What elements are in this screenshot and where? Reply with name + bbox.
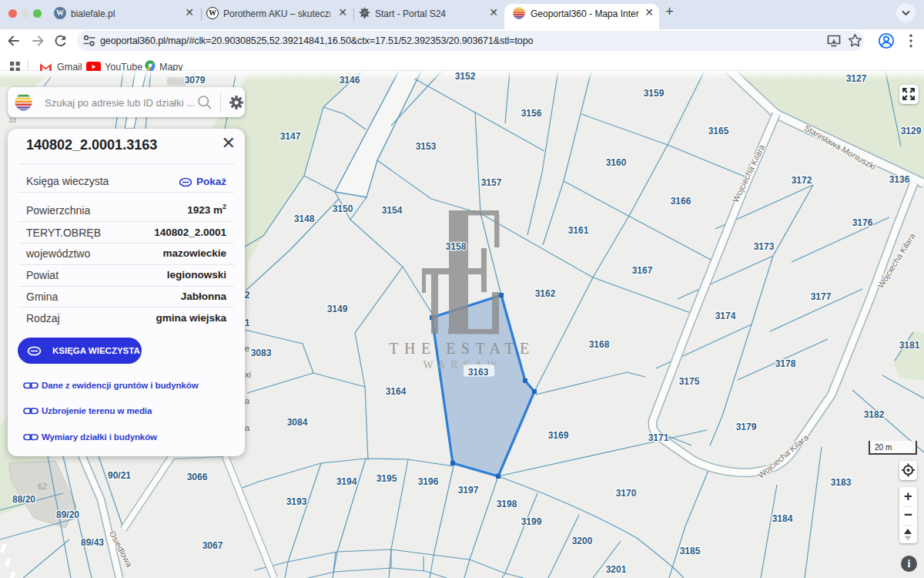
svg-text:3129: 3129 <box>901 126 922 136</box>
svg-text:3154: 3154 <box>382 205 403 216</box>
svg-text:3165: 3165 <box>708 126 729 136</box>
svg-text:3199: 3199 <box>521 516 542 527</box>
svg-text:89/20: 89/20 <box>56 509 79 520</box>
svg-text:a: a <box>245 396 250 405</box>
svg-text:3194: 3194 <box>336 476 357 487</box>
svg-text:3084: 3084 <box>287 417 308 428</box>
svg-text:3156: 3156 <box>521 108 542 119</box>
svg-text:3136: 3136 <box>889 174 910 185</box>
svg-text:3171: 3171 <box>648 432 669 443</box>
svg-text:3181: 3181 <box>899 340 920 351</box>
svg-text:3177: 3177 <box>811 291 832 302</box>
svg-text:3083: 3083 <box>251 348 272 358</box>
svg-text:3172: 3172 <box>792 175 812 186</box>
svg-text:3160: 3160 <box>606 157 627 168</box>
svg-text:89/43: 89/43 <box>81 537 104 548</box>
svg-text:a: a <box>245 423 250 432</box>
svg-text:3163: 3163 <box>468 367 489 378</box>
svg-text:3185: 3185 <box>680 546 701 556</box>
svg-text:3200: 3200 <box>572 536 593 546</box>
svg-text:3176: 3176 <box>852 217 873 228</box>
svg-text:3183: 3183 <box>831 477 852 488</box>
svg-text:3164: 3164 <box>386 386 407 397</box>
svg-text:3162: 3162 <box>535 288 556 299</box>
svg-text:3157: 3157 <box>481 177 502 188</box>
svg-text:3182: 3182 <box>864 409 885 420</box>
svg-text:3146: 3146 <box>340 75 360 86</box>
svg-text:3066: 3066 <box>187 472 208 482</box>
svg-text:3184: 3184 <box>772 513 793 524</box>
svg-text:3196: 3196 <box>418 476 439 487</box>
svg-text:88/20: 88/20 <box>12 494 35 505</box>
svg-text:3173: 3173 <box>754 241 775 252</box>
svg-text:62: 62 <box>38 482 47 491</box>
svg-text:THE ESTATE: THE ESTATE <box>389 340 535 357</box>
svg-text:3169: 3169 <box>548 430 569 441</box>
svg-text:3174: 3174 <box>715 311 736 321</box>
svg-text:3178: 3178 <box>775 358 796 369</box>
svg-text:3161: 3161 <box>568 225 589 236</box>
svg-text:3147: 3147 <box>280 131 301 142</box>
svg-text:3079: 3079 <box>185 75 206 86</box>
svg-text:3166: 3166 <box>671 196 691 207</box>
svg-text:3193: 3193 <box>286 496 307 507</box>
svg-text:3175: 3175 <box>679 376 700 387</box>
svg-text:3127: 3127 <box>846 73 867 84</box>
svg-text:3197: 3197 <box>458 485 479 496</box>
svg-text:3201: 3201 <box>606 564 627 575</box>
svg-text:3159: 3159 <box>644 88 665 99</box>
svg-text:3067: 3067 <box>203 540 223 551</box>
svg-text:90/21: 90/21 <box>108 470 131 481</box>
svg-text:3179: 3179 <box>736 422 757 432</box>
svg-text:2: 2 <box>245 290 250 301</box>
svg-text:3150: 3150 <box>333 203 353 214</box>
svg-text:xi: xi <box>245 370 251 379</box>
svg-text:3170: 3170 <box>616 488 637 499</box>
svg-text:3168: 3168 <box>589 339 610 350</box>
svg-text:3148: 3148 <box>294 213 315 224</box>
svg-text:3158: 3158 <box>446 241 467 252</box>
svg-text:3198: 3198 <box>497 499 517 509</box>
svg-text:33: 33 <box>8 116 16 124</box>
svg-text:3149: 3149 <box>327 304 348 314</box>
svg-text:3195: 3195 <box>377 473 397 484</box>
svg-text:3167: 3167 <box>632 265 653 276</box>
svg-text:3152: 3152 <box>455 71 476 82</box>
svg-text:1: 1 <box>245 318 250 328</box>
svg-text:e: e <box>245 344 249 353</box>
svg-text:3153: 3153 <box>416 141 437 152</box>
